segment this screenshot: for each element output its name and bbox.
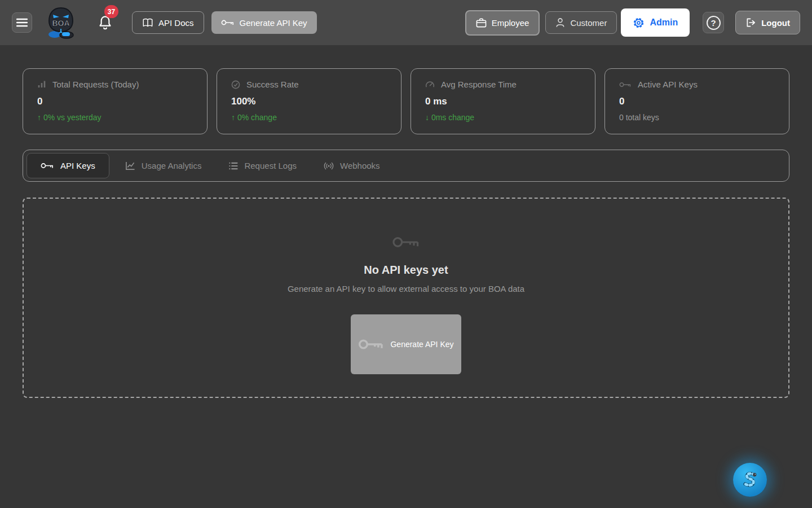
chat-assistant-button[interactable] <box>733 463 767 497</box>
broadcast-icon <box>324 161 334 170</box>
generate-api-key-header-label: Generate API Key <box>240 18 307 28</box>
empty-state-title: No API keys yet <box>364 264 448 277</box>
role-button-employee[interactable]: Employee <box>465 10 540 36</box>
api-keys-empty-panel: No API keys yet Generate an API key to a… <box>23 198 789 398</box>
help-button[interactable]: ? <box>703 12 724 33</box>
empty-state-subtitle: Generate an API key to allow external ac… <box>288 284 524 294</box>
role-button-admin[interactable]: Admin <box>621 8 690 37</box>
check-circle-icon <box>231 80 240 89</box>
snake-icon <box>738 467 762 492</box>
tab-label: Usage Analytics <box>142 161 202 170</box>
bar-chart-icon <box>37 80 46 89</box>
tab-label: Request Logs <box>244 161 297 170</box>
stat-label: Success Rate <box>246 80 299 89</box>
stat-value: 0 <box>619 96 775 107</box>
key-icon <box>392 234 420 250</box>
stat-value: 0 ms <box>425 96 581 107</box>
stat-label: Total Requests (Today) <box>52 80 139 89</box>
stat-label: Active API Keys <box>638 80 698 89</box>
key-icon <box>619 81 632 88</box>
role-customer-label: Customer <box>570 18 607 28</box>
tab-webhooks[interactable]: Webhooks <box>310 153 394 178</box>
menu-button[interactable] <box>12 12 32 33</box>
key-icon <box>221 19 235 27</box>
role-button-customer[interactable]: Customer <box>545 11 617 34</box>
key-icon <box>41 162 54 169</box>
stat-card-active-api-keys: Active API Keys 0 0 total keys <box>604 68 789 134</box>
notifications-button[interactable]: 37 <box>98 15 112 30</box>
stat-change: 0 total keys <box>619 113 775 122</box>
logout-label: Logout <box>761 18 790 28</box>
boa-snake-logo-icon: BOA <box>45 6 77 39</box>
tab-label: Webhooks <box>340 161 380 170</box>
role-employee-label: Employee <box>492 18 529 28</box>
stat-card-avg-response-time: Avg Response Time 0 ms ↓ 0ms change <box>411 68 595 134</box>
key-icon <box>358 337 384 352</box>
stat-card-total-requests: Total Requests (Today) 0 ↑ 0% vs yesterd… <box>23 68 208 134</box>
question-mark-icon: ? <box>707 16 721 30</box>
stat-label: Avg Response Time <box>441 80 517 89</box>
header-right-group: Employee Customer Admin ? L <box>465 8 800 37</box>
generate-api-key-button[interactable]: Generate API Key <box>351 314 461 374</box>
boa-logo: BOA <box>45 6 77 39</box>
logout-button[interactable]: Logout <box>735 11 800 34</box>
stat-change: ↑ 0% change <box>231 113 387 122</box>
api-docs-button[interactable]: API Docs <box>132 11 204 34</box>
stat-change: ↓ 0ms change <box>425 113 581 122</box>
line-chart-icon <box>125 161 135 170</box>
person-icon <box>555 17 565 28</box>
list-icon <box>228 161 238 170</box>
api-docs-label: API Docs <box>158 18 194 28</box>
role-admin-label: Admin <box>650 17 678 28</box>
logout-icon <box>745 17 756 28</box>
logo-text: BOA <box>52 19 69 28</box>
book-icon <box>142 18 153 28</box>
top-bar: BOA 37 API Docs Generate API Key Employ <box>0 0 812 45</box>
tab-api-keys[interactable]: API Keys <box>27 153 109 178</box>
stats-row: Total Requests (Today) 0 ↑ 0% vs yesterd… <box>23 68 789 134</box>
generate-api-key-header-button[interactable]: Generate API Key <box>211 11 317 34</box>
notification-count-badge: 37 <box>104 5 118 18</box>
tab-label: API Keys <box>60 161 95 170</box>
generate-api-key-label: Generate API Key <box>390 340 453 349</box>
gauge-icon <box>425 80 435 89</box>
stat-value: 0 <box>37 96 193 107</box>
tab-bar: API Keys Usage Analytics Request Logs We… <box>23 150 789 182</box>
hamburger-icon <box>16 18 28 27</box>
stat-card-success-rate: Success Rate 100% ↑ 0% change <box>217 68 401 134</box>
briefcase-icon <box>476 17 487 28</box>
tab-request-logs[interactable]: Request Logs <box>215 153 310 178</box>
gear-icon <box>633 17 645 29</box>
stat-change: ↑ 0% vs yesterday <box>37 113 193 122</box>
stat-value: 100% <box>231 96 387 107</box>
tab-usage-analytics[interactable]: Usage Analytics <box>112 153 215 178</box>
